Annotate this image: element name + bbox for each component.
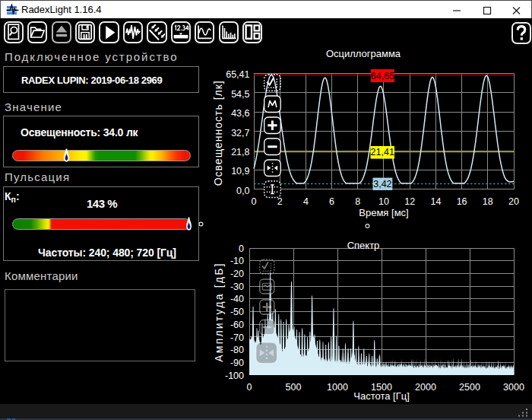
svg-text:-20: -20 [230, 269, 244, 279]
svg-text:2000: 2000 [415, 382, 436, 393]
svg-text:4: 4 [303, 196, 309, 207]
svg-text:0,0: 0,0 [236, 186, 249, 196]
svg-text:-10: -10 [230, 256, 244, 266]
svg-text:43,6: 43,6 [231, 108, 249, 119]
svg-text:Амплитуда [дБ]: Амплитуда [дБ] [213, 262, 225, 361]
svg-text:-30: -30 [230, 282, 244, 292]
svg-text:0: 0 [247, 382, 252, 393]
svg-text:21,41: 21,41 [371, 147, 394, 158]
svg-text:-90: -90 [230, 358, 244, 368]
svg-text:Спектр: Спектр [347, 240, 380, 251]
svg-text:65,41: 65,41 [226, 69, 249, 80]
svg-text:64,65: 64,65 [371, 71, 394, 81]
svg-text:Частота [Гц]: Частота [Гц] [353, 390, 410, 402]
svg-text:1000: 1000 [327, 382, 348, 393]
svg-text:-100: -100 [225, 371, 244, 381]
svg-text:6: 6 [329, 196, 334, 207]
svg-text:2500: 2500 [459, 382, 480, 393]
svg-text:-40: -40 [230, 294, 244, 304]
svg-text:32,7: 32,7 [231, 128, 249, 138]
svg-text:16: 16 [457, 196, 467, 207]
svg-text:-80: -80 [230, 345, 244, 355]
svg-text:0: 0 [239, 243, 244, 254]
svg-text:10: 10 [378, 196, 389, 207]
svg-text:-70: -70 [230, 332, 244, 343]
svg-text:54,5: 54,5 [231, 89, 249, 100]
svg-text:-50: -50 [230, 307, 244, 317]
svg-text:0: 0 [252, 196, 257, 207]
svg-text:3,42: 3,42 [373, 179, 391, 189]
svg-text:21,8: 21,8 [231, 147, 249, 158]
svg-text:12: 12 [404, 196, 415, 207]
svg-text:Время [мс]: Время [мс] [359, 207, 408, 218]
svg-text:18: 18 [483, 196, 493, 207]
svg-text:Осциллограмма: Осциллограмма [326, 48, 401, 59]
svg-text:10,9: 10,9 [231, 166, 249, 177]
svg-text:500: 500 [286, 382, 302, 393]
svg-text:8: 8 [355, 196, 360, 207]
svg-text:20: 20 [508, 196, 519, 207]
svg-text:Освещенность [лк]: Освещенность [лк] [213, 80, 225, 186]
svg-text:-60: -60 [230, 320, 244, 330]
svg-text:14: 14 [430, 196, 441, 207]
svg-text:3000: 3000 [503, 382, 524, 393]
